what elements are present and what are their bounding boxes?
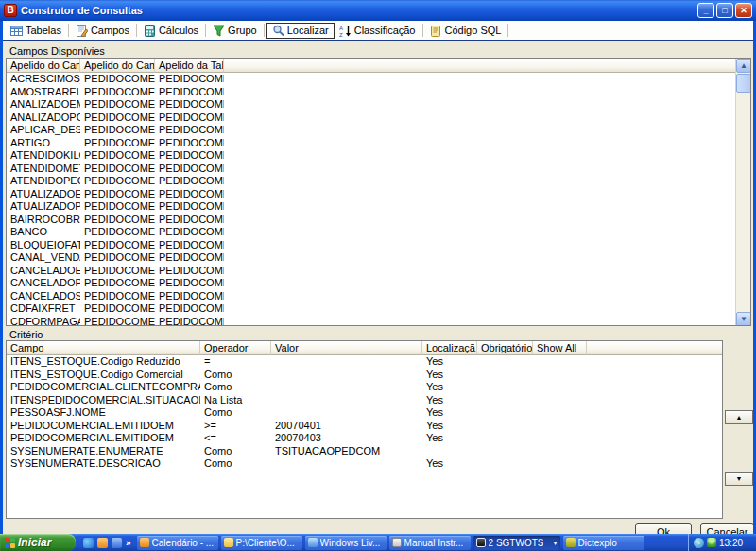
column-header[interactable]: Campo bbox=[7, 341, 200, 355]
column-header[interactable]: Operador bbox=[200, 341, 271, 355]
cell: PEDIDOCOME... bbox=[155, 175, 224, 188]
close-button[interactable]: ✕ bbox=[735, 3, 752, 18]
cell: ATENDIDOPECAS bbox=[7, 175, 80, 188]
tab-campos[interactable]: Campos bbox=[71, 23, 134, 39]
table-row[interactable]: SYSENUMERATE.DESCRICAOComoYes bbox=[7, 457, 722, 471]
column-header[interactable]: Apelido do Cam... bbox=[80, 59, 155, 73]
table-row[interactable]: ATENDIDOKILOSPEDIDOCOME...PEDIDOCOME... bbox=[7, 149, 750, 163]
column-header[interactable]: Apelido da Tabe... bbox=[155, 59, 224, 73]
cell: PEDIDOCOME... bbox=[80, 175, 155, 188]
table-row[interactable]: ANALIZADOEMPEDIDOCOME...PEDIDOCOME... bbox=[7, 98, 750, 112]
table-row[interactable]: BLOQUEIOFAT...PEDIDOCOME...PEDIDOCOME... bbox=[7, 239, 750, 252]
table-row[interactable]: PEDIDOCOMERCIAL.EMITIDOEM>=20070401Yes bbox=[7, 420, 722, 433]
table-row[interactable]: ATENDIDOMET...PEDIDOCOME...PEDIDOCOME... bbox=[7, 163, 750, 176]
funnel-icon bbox=[213, 25, 225, 37]
table-row[interactable]: CDFAIXFRETPEDIDOCOME...PEDIDOCOME... bbox=[7, 302, 750, 316]
messenger-icon[interactable] bbox=[112, 538, 122, 548]
tab-calculos[interactable]: Cálculos bbox=[139, 23, 203, 39]
cell: APLICAR_DESC... bbox=[7, 124, 80, 137]
tab-label: Grupo bbox=[228, 25, 257, 36]
cell: PEDIDOCOME... bbox=[155, 163, 224, 176]
cell: PEDIDOCOME... bbox=[80, 316, 155, 327]
table-row[interactable]: APLICAR_DESC...PEDIDOCOME...PEDIDOCOME..… bbox=[7, 124, 750, 137]
tab-grupo[interactable]: Grupo bbox=[208, 23, 262, 39]
table-row[interactable]: BANCOPEDIDOCOME...PEDIDOCOME... bbox=[7, 226, 750, 239]
group-dropdown-icon[interactable]: ▾ bbox=[554, 539, 558, 547]
cancel-button[interactable]: Cancelar bbox=[700, 523, 753, 534]
tab-classificacao[interactable]: AZ Classificação bbox=[335, 23, 421, 39]
task-label: Manual Instr... bbox=[404, 538, 464, 548]
maximize-button[interactable]: □ bbox=[716, 3, 733, 18]
taskbar-button[interactable]: Manual Instr... bbox=[389, 536, 471, 550]
messenger-status-icon[interactable] bbox=[707, 538, 716, 547]
table-row[interactable]: SYSENUMERATE.ENUMERATEComoTSITUACAOPEDCO… bbox=[7, 445, 722, 458]
tab-label: Localizar bbox=[287, 25, 329, 36]
cell: PEDIDOCOMERCIAL.EMITIDOEM bbox=[7, 420, 200, 433]
table-row[interactable]: PEDIDOCOMERCIAL.EMITIDOEM<=20070403Yes bbox=[7, 432, 722, 445]
taskbar-button[interactable]: Calendário - ... bbox=[137, 536, 218, 550]
cell: PEDIDOCOME... bbox=[155, 200, 224, 214]
svg-text:A: A bbox=[339, 26, 343, 31]
table-row[interactable]: CANCELADOEMPEDIDOCOME...PEDIDOCOME... bbox=[7, 265, 750, 278]
table-row[interactable]: ITENSPEDIDOCOMERCIAL.SITUACAOITEMNa List… bbox=[7, 394, 722, 407]
tab-label: Código SQL bbox=[445, 25, 502, 36]
table-row[interactable]: ITENS_ESTOQUE.Codigo ComercialComoYes bbox=[7, 369, 722, 382]
cell: CANAL_VENDAS bbox=[7, 251, 80, 265]
table-row[interactable]: ITENS_ESTOQUE.Codigo Reduzido=Yes bbox=[7, 355, 722, 369]
scroll-down-arrow-icon[interactable]: ▼ bbox=[736, 312, 751, 326]
table-row[interactable]: ATUALIZADOPORPEDIDOCOME...PEDIDOCOME... bbox=[7, 200, 750, 214]
cell bbox=[422, 445, 477, 458]
table-row[interactable]: CANCELADOPORPEDIDOCOME...PEDIDOCOME... bbox=[7, 277, 750, 290]
cell: PEDIDOCOME... bbox=[80, 149, 155, 163]
table-row[interactable]: CANCELADOSPEDIDOCOME...PEDIDOCOME... bbox=[7, 290, 750, 303]
ok-button[interactable]: Ok bbox=[635, 523, 692, 534]
fields-scrollbar[interactable]: ▲ ▼ bbox=[735, 59, 750, 326]
cell: CANCELADOEM bbox=[7, 265, 80, 278]
table-row[interactable]: CDFORMPAGAPEDIDOCOME...PEDIDOCOME... bbox=[7, 316, 750, 327]
table-row[interactable]: PESSOASFJ.NOMEComoYes bbox=[7, 406, 722, 420]
tab-localizar[interactable]: Localizar bbox=[266, 23, 335, 39]
table-row[interactable]: ATUALIZADOEMPEDIDOCOME...PEDIDOCOME... bbox=[7, 188, 750, 201]
move-up-button[interactable]: ▲ bbox=[725, 410, 753, 424]
tab-codigo-sql[interactable]: Código SQL bbox=[425, 23, 507, 39]
table-row[interactable]: BAIRROCOBRA...PEDIDOCOME...PEDIDOCOME... bbox=[7, 214, 750, 227]
document-icon bbox=[392, 538, 402, 547]
taskbar-button[interactable]: Windows Liv... bbox=[305, 536, 387, 550]
start-button[interactable]: Iniciar bbox=[0, 534, 76, 551]
table-row[interactable]: ATENDIDOPECASPEDIDOCOME...PEDIDOCOME... bbox=[7, 175, 750, 188]
cell: 20070403 bbox=[271, 432, 422, 445]
tab-tabelas[interactable]: Tabelas bbox=[6, 23, 66, 39]
cell: Como bbox=[200, 369, 271, 382]
column-header[interactable]: Show All bbox=[533, 341, 587, 355]
column-header[interactable]: Obrigatório bbox=[477, 341, 533, 355]
cell: PEDIDOCOME... bbox=[155, 302, 224, 316]
taskbar-button[interactable]: Dictexplo bbox=[563, 536, 644, 550]
chevron-overflow-icon[interactable]: » bbox=[126, 538, 131, 548]
taskbar-button[interactable]: P:\Cliente\O... bbox=[221, 536, 302, 550]
cell: Yes bbox=[422, 432, 477, 445]
taskbar-button[interactable]: 2 SGTWOTS▾ bbox=[473, 536, 560, 550]
cell: PEDIDOCOMERCIAL.EMITIDOEM bbox=[7, 432, 200, 445]
column-header[interactable]: Valor bbox=[271, 341, 422, 355]
tab-label: Cálculos bbox=[159, 25, 198, 36]
table-row[interactable]: ANALIZADOPORPEDIDOCOME...PEDIDOCOME... bbox=[7, 112, 750, 125]
table-row[interactable]: PEDIDOCOMERCIAL.CLIENTECOMPRADORAComoYes bbox=[7, 381, 722, 394]
scroll-up-arrow-icon[interactable]: ▲ bbox=[736, 59, 751, 73]
move-down-button[interactable]: ▼ bbox=[725, 472, 753, 486]
cell: PEDIDOCOME... bbox=[80, 214, 155, 227]
ie-icon[interactable] bbox=[83, 538, 94, 548]
table-row[interactable]: AMOSTRARELA...PEDIDOCOME...PEDIDOCOME... bbox=[7, 86, 750, 99]
table-row[interactable]: ARTIGOPEDIDOCOME...PEDIDOCOME... bbox=[7, 137, 750, 150]
mail-icon[interactable] bbox=[97, 538, 108, 548]
table-row[interactable]: CANAL_VENDASPEDIDOCOME...PEDIDOCOME... bbox=[7, 251, 750, 265]
table-row[interactable]: ACRESCIMOS_F...PEDIDOCOME...PEDIDOCOME..… bbox=[7, 73, 750, 86]
tab-label: Campos bbox=[91, 25, 129, 36]
app-icon: B bbox=[4, 4, 17, 17]
cell: PEDIDOCOME... bbox=[155, 316, 224, 327]
tray-collapse-icon[interactable]: ‹ bbox=[694, 538, 704, 548]
scrollbar-thumb[interactable] bbox=[736, 74, 751, 93]
toolbar: Tabelas Campos Cálculos Grupo Localizar … bbox=[0, 21, 756, 41]
minimize-button[interactable]: _ bbox=[697, 3, 714, 18]
column-header[interactable]: Localizaçã... bbox=[422, 341, 477, 355]
column-header[interactable]: Apelido do Campo bbox=[7, 59, 80, 73]
